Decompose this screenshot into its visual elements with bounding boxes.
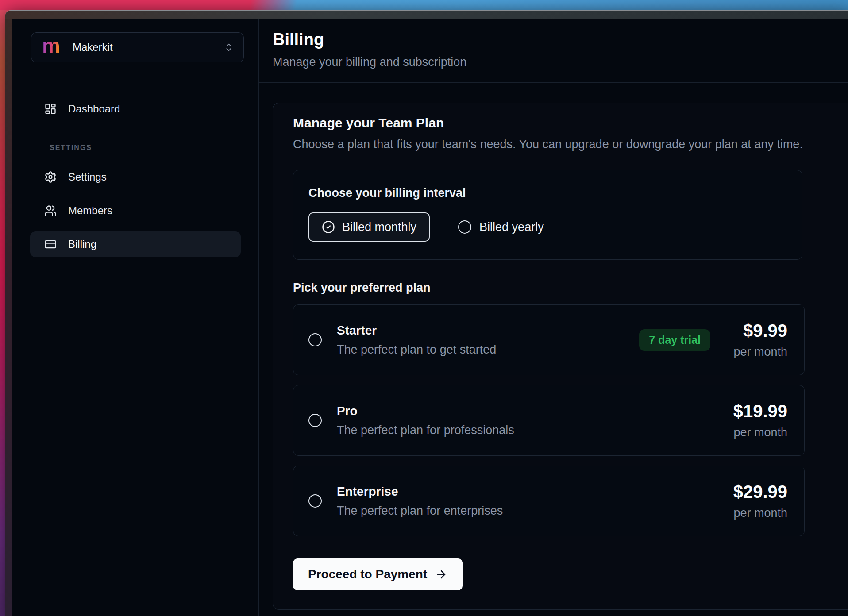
plan-description: The perfect plan for enterprises [337,504,730,518]
desktop-wallpaper [0,0,848,10]
sidebar-item-label: Dashboard [68,103,120,115]
radio-circle-icon[interactable] [308,333,322,346]
plan-description: The perfect plan to get started [337,343,639,357]
sidebar-item-members[interactable]: Members [30,198,241,223]
plan-price: $19.99 [730,401,787,421]
sidebar-nav: Dashboard SETTINGS Settings Members [12,96,258,257]
check-circle-icon [322,220,335,234]
billing-interval-label: Choose your billing interval [308,186,787,200]
users-icon [44,204,57,217]
sidebar-item-settings[interactable]: Settings [30,164,241,190]
plan-row-pro[interactable]: Pro The perfect plan for professionals $… [293,385,805,456]
radio-circle-icon[interactable] [308,414,322,427]
option-billed-yearly[interactable]: Billed yearly [458,220,544,234]
page-subtitle: Manage your billing and subscription [273,55,848,69]
plan-period: per month [730,506,787,520]
option-label: Billed yearly [479,220,544,234]
plan-row-enterprise[interactable]: Enterprise The perfect plan for enterpri… [293,466,805,536]
proceed-to-payment-button[interactable]: Proceed to Payment [293,558,463,590]
sidebar-item-label: Settings [68,171,107,183]
team-plan-card: Manage your Team Plan Choose a plan that… [273,103,848,610]
plan-name: Enterprise [337,485,730,499]
sidebar: m Makerkit Dashboard SETTINGS [12,19,259,616]
price-block: $29.99 per month [730,482,787,520]
plan-name: Starter [337,323,639,338]
radio-circle-icon [458,220,471,234]
card-description: Choose a plan that fits your team's need… [293,138,826,151]
workspace-name: Makerkit [73,41,224,54]
plan-description: The perfect plan for professionals [337,424,730,437]
option-label: Billed monthly [342,220,416,234]
makerkit-logo: m [42,35,60,56]
plan-name: Pro [337,404,730,418]
workspace-selector[interactable]: m Makerkit [31,32,244,62]
card-title: Manage your Team Plan [293,116,826,131]
plan-price: $9.99 [730,321,787,341]
plan-texts: Starter The perfect plan to get started [337,323,639,357]
arrow-right-icon [435,568,447,581]
main-content: Billing Manage your billing and subscrip… [259,19,848,616]
header-divider [259,82,848,83]
plan-price: $29.99 [730,482,787,502]
price-block: $9.99 per month [730,321,787,359]
plan-row-starter[interactable]: Starter The perfect plan to get started … [293,304,805,375]
window-titlebar [5,11,848,19]
plan-texts: Pro The perfect plan for professionals [337,404,730,437]
chevrons-up-down-icon [224,42,234,52]
sidebar-item-label: Billing [68,238,96,250]
billing-interval-options: Billed monthly Billed yearly [308,212,787,242]
sidebar-item-billing[interactable]: Billing [30,231,241,257]
app-root: m Makerkit Dashboard SETTINGS [12,19,848,616]
trial-badge: 7 day trial [639,329,710,351]
sidebar-section-settings: SETTINGS [50,144,241,152]
billing-interval-box: Choose your billing interval Billed mont… [293,170,802,260]
sidebar-item-label: Members [68,204,112,217]
option-billed-monthly[interactable]: Billed monthly [308,212,430,242]
radio-circle-icon[interactable] [308,494,322,508]
sidebar-item-dashboard[interactable]: Dashboard [30,96,241,122]
app-window: m Makerkit Dashboard SETTINGS [5,10,848,616]
plan-period: per month [730,426,787,439]
price-block: $19.99 per month [730,401,787,439]
plan-period: per month [730,345,787,359]
gear-icon [44,171,57,183]
plan-picker-label: Pick your preferred plan [293,281,826,295]
dashboard-icon [44,103,57,115]
button-label: Proceed to Payment [308,567,427,581]
plan-texts: Enterprise The perfect plan for enterpri… [337,485,730,518]
credit-card-icon [44,238,57,250]
page-title: Billing [273,30,848,49]
